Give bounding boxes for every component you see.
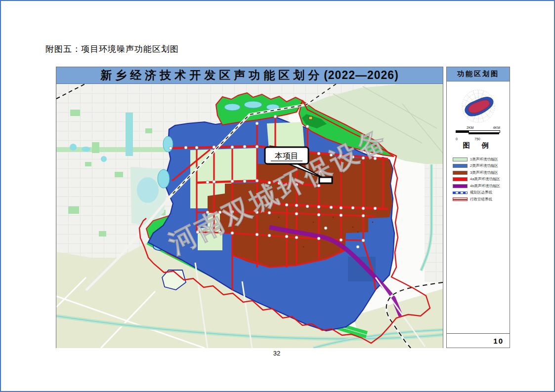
scale-bar-lower [469,133,499,134]
legend-label: 规划区边界线 [470,190,492,195]
legend-swatch [453,164,468,168]
scale-label: 2KM [467,126,473,129]
legend-item: 1类声环境功能区 [453,156,507,163]
legend-item: 2类声环境功能区 [453,163,507,170]
scale-label: 0 [456,137,458,141]
page-number: 32 [264,350,289,357]
legend-swatch [453,192,468,194]
map-title-text: 新乡经济技术开发区声功能区划分 [100,68,323,83]
zoning-map: 河南双城环保设备 本项目 [56,84,443,348]
lake-west [137,177,159,203]
legend-title: 图 例 [447,141,510,150]
legend-panel: 功能区划图 2KM 4KM 0 750 图 例 1类声环境功能区2类声环境功能区… [446,67,510,348]
legend-label: 4b类声环境功能区 [470,184,500,189]
map-title-bar: 新乡经济技术开发区声功能区划分(2022—2026) [56,67,443,84]
document-page: 附图五：项目环境噪声功能区划图 新乡经济技术开发区声功能区划分(2022—202… [0,0,555,392]
legend-swatch [453,177,468,181]
legend-swatch [453,171,468,175]
legend-items: 1类声环境功能区2类声环境功能区3类声环境功能区4a类声环境功能区4b类声环境功… [453,156,507,203]
legend-item: 4a类声环境功能区 [453,176,507,183]
legend-swatch [453,157,468,161]
legend-label: 1类声环境功能区 [470,157,498,162]
legend-item: 规划区边界线 [453,190,507,196]
project-callout-label: 本项目 [275,152,299,160]
legend-swatch [453,197,468,201]
scale-label: 4KM [493,126,500,129]
sheet-number: 10 [493,337,504,345]
legend-label: 2类声环境功能区 [470,163,498,168]
project-site-marker [319,177,332,183]
legend-item: 3类声环境功能区 [453,169,507,176]
map-panel: 新乡经济技术开发区声功能区划分(2022—2026) [56,67,443,348]
scale-label: 750 [474,137,480,141]
wind-rose [455,87,502,125]
legend-swatch [453,184,468,188]
legend-panel-title: 功能区划图 [447,67,510,81]
figure-caption: 附图五：项目环境噪声功能区划图 [45,43,179,55]
legend-item: 行政管辖界线 [453,196,507,203]
legend-label: 3类声环境功能区 [470,170,498,175]
legend-label: 4a类声环境功能区 [470,177,500,182]
legend-item: 4b类声环境功能区 [453,183,507,190]
legend-label: 行政管辖界线 [470,197,492,202]
map-title-years: (2022—2026) [324,69,399,82]
scale-bar: 2KM 4KM 0 750 [456,130,499,135]
divider [447,333,510,334]
